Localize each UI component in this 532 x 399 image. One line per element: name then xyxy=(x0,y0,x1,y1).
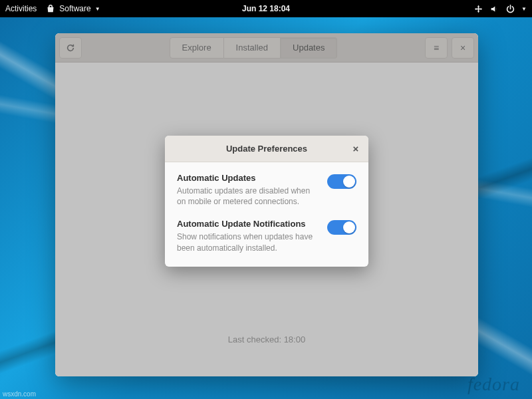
pref-description: Show notifications when updates have bee… xyxy=(177,231,319,253)
hamburger-menu-button[interactable]: ≡ xyxy=(425,37,448,59)
shopping-bag-icon xyxy=(46,4,55,13)
gnome-top-bar: Activities Software ▼ Jun 12 18:04 ▼ xyxy=(0,0,532,17)
source-watermark: wsxdn.com xyxy=(3,390,36,398)
dialog-close-button[interactable]: × xyxy=(347,140,364,157)
modal-scrim xyxy=(55,33,478,376)
software-window: Explore Installed Updates ≡ × Last check… xyxy=(55,33,478,376)
app-menu-label: Software xyxy=(59,4,90,13)
window-close-button[interactable]: × xyxy=(452,37,474,59)
last-checked-label: Last checked: 18:00 xyxy=(228,334,305,344)
volume-icon xyxy=(489,4,499,13)
pref-automatic-updates: Automatic Updates Automatic updates are … xyxy=(177,173,356,207)
close-icon: × xyxy=(460,43,466,53)
automatic-updates-toggle[interactable] xyxy=(327,174,356,189)
pref-automatic-update-notifications: Automatic Update Notifications Show noti… xyxy=(177,219,356,253)
updates-pane: Last checked: 18:00 xyxy=(55,63,478,376)
activities-button[interactable]: Activities xyxy=(5,4,37,13)
chevron-down-icon: ▼ xyxy=(521,6,527,12)
dialog-titlebar: Update Preferences × xyxy=(165,136,368,162)
pref-title: Automatic Update Notifications xyxy=(177,219,319,229)
pref-title: Automatic Updates xyxy=(177,173,319,183)
view-switcher: Explore Installed Updates xyxy=(170,37,338,59)
dialog-title: Update Preferences xyxy=(226,144,307,154)
update-preferences-dialog: Update Preferences × Automatic Updates A… xyxy=(165,136,368,267)
chevron-down-icon: ▼ xyxy=(95,6,100,12)
network-icon xyxy=(473,4,483,13)
power-icon xyxy=(505,4,515,13)
refresh-button[interactable] xyxy=(59,37,82,59)
tab-installed[interactable]: Installed xyxy=(224,37,281,59)
clock[interactable]: Jun 12 18:04 xyxy=(242,4,290,13)
automatic-update-notifications-toggle[interactable] xyxy=(327,220,356,235)
dialog-body: Automatic Updates Automatic updates are … xyxy=(165,162,368,267)
headerbar: Explore Installed Updates ≡ × xyxy=(55,33,478,63)
refresh-icon xyxy=(66,43,75,53)
distro-wordmark: fedora xyxy=(467,374,520,395)
desktop-wallpaper: fedora wsxdn.com Explore Installed Updat… xyxy=(0,17,532,399)
tab-updates[interactable]: Updates xyxy=(281,37,337,59)
close-icon: × xyxy=(353,143,359,154)
app-menu[interactable]: Software ▼ xyxy=(46,4,100,13)
pref-description: Automatic updates are disabled when on m… xyxy=(177,186,319,207)
hamburger-icon: ≡ xyxy=(434,43,439,53)
tab-explore[interactable]: Explore xyxy=(170,37,224,59)
system-status-area[interactable]: ▼ xyxy=(473,4,527,13)
